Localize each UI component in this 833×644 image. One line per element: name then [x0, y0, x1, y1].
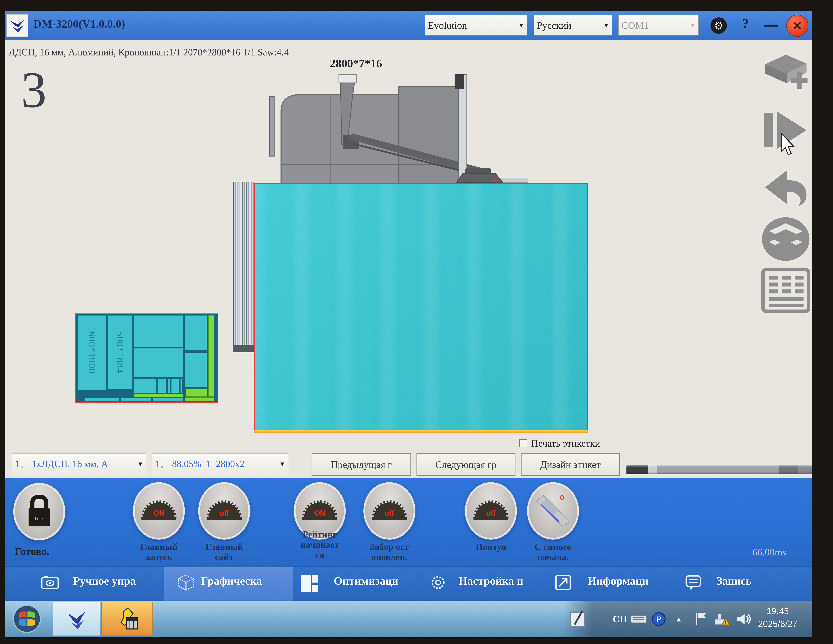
settings-gear-icon[interactable]: ⚙ [711, 18, 727, 34]
progress-scrollbar[interactable] [626, 465, 812, 474]
layers-icon[interactable] [761, 215, 810, 264]
ime-circle-icon[interactable]: P [650, 601, 668, 638]
nav-item-graphics[interactable]: Графическа [201, 575, 262, 588]
nav-item-optimization[interactable]: Оптимизаци [334, 575, 398, 588]
sheet-size-label: 2800*7*16 [330, 56, 382, 70]
nav-item-record[interactable]: Запись [716, 575, 752, 588]
lock-button[interactable]: Lock [13, 483, 65, 540]
cycle-time-label: 66.00ms [753, 546, 786, 558]
hidden-icons-arrow[interactable]: ▲ [671, 601, 687, 638]
window-title: DM-3200(V1.0.0.0) [34, 18, 125, 31]
status-label: Готово. [14, 545, 49, 557]
layout-piece [133, 315, 183, 347]
label-design-button[interactable]: Дизайн этикет [521, 454, 619, 475]
main-start-saw-button[interactable]: ON [133, 482, 185, 539]
svg-text:P: P [656, 615, 661, 624]
tray-date: 2025/6/27 [750, 618, 805, 630]
ime-language-indicator[interactable]: CH [611, 601, 629, 638]
layout-piece [85, 398, 119, 401]
keyboard-icon[interactable] [629, 601, 648, 638]
next-group-button[interactable]: Следующая гр [417, 454, 515, 475]
monitor-photo: DM-3200(V1.0.0.0) Evolution ▼ Русский ▼ … [0, 0, 833, 644]
layout-piece [121, 398, 151, 401]
cube-icon [177, 574, 195, 591]
main-site-saw-button[interactable]: off [198, 482, 250, 539]
print-label-row: Печать этикетки [519, 438, 600, 449]
layout-piece: 600*1900 [78, 315, 107, 390]
layout-piece [133, 348, 183, 378]
state-text: off [486, 509, 496, 517]
taskbar-app-dm3200[interactable] [53, 602, 100, 636]
machine-toolbar: Lock Готово. ON Главныйзапуск off [5, 478, 812, 566]
button-label: Главныйзапуск [122, 542, 196, 562]
cutting-layout-preview[interactable]: 600*1900 500*1884 [76, 314, 219, 403]
network-warning-icon[interactable]: ! [712, 601, 731, 638]
chevron-down-icon: ▼ [279, 460, 285, 468]
lock-text: Lock [35, 516, 44, 521]
app-logo-icon [6, 14, 28, 37]
back-undo-arrow-icon[interactable] [761, 165, 810, 211]
action-center-flag-icon[interactable] [692, 601, 709, 638]
fence-saw-button[interactable]: off [363, 482, 415, 539]
nav-item-settings[interactable]: Настройка п [458, 575, 523, 588]
state-text: off [219, 509, 229, 517]
taskbar-app-tool[interactable] [101, 602, 153, 636]
current-panel-view[interactable] [254, 183, 588, 430]
nav-item-manual[interactable]: Ручное упра [73, 575, 136, 588]
sheet-stack [233, 182, 254, 353]
panel-edge-strip [254, 430, 588, 433]
layout-offcut [186, 388, 207, 396]
sheet-number: 3 [21, 66, 47, 114]
close-button[interactable]: ✕ [786, 14, 809, 37]
button-label: Главныйсайт [188, 542, 261, 562]
speaker-icon[interactable] [734, 601, 753, 638]
mouse-cursor [780, 133, 798, 157]
chat-bubble-icon [685, 574, 702, 591]
clock[interactable]: 19:45 2025/6/27 [750, 605, 805, 631]
layout-piece [153, 398, 183, 401]
chevron-down-icon: ▼ [603, 21, 609, 29]
layout-offcut [208, 315, 214, 396]
gear-icon [429, 574, 447, 591]
profile-dropdown[interactable]: Evolution ▼ [425, 15, 527, 35]
layout-offcut [185, 398, 214, 401]
windows-taskbar: CH P ▲ ! [5, 601, 812, 638]
language-dropdown[interactable]: Русский ▼ [534, 15, 612, 35]
state-text: ON [314, 509, 325, 517]
app-window: DM-3200(V1.0.0.0) Evolution ▼ Русский ▼ … [5, 11, 812, 638]
keypad-icon[interactable] [761, 266, 810, 316]
window-panes-icon [300, 574, 319, 593]
button-label: Забор остановлен. [353, 542, 426, 562]
state-text: ON [153, 509, 164, 517]
bottom-nav: Ручное упра Графическа Оптимизаци Настро… [5, 566, 812, 601]
start-button[interactable] [13, 604, 42, 633]
layout-piece [184, 315, 207, 350]
from-start-blade-button[interactable]: 0 [527, 482, 579, 539]
pontua-saw-button[interactable]: off [465, 482, 517, 539]
help-button[interactable]: ? [742, 16, 749, 31]
piece-size-label: 500*1884 [114, 331, 126, 374]
material-info: ЛДСП, 16 мм, Алюминий, Кроношпан:1/1 207… [8, 47, 289, 58]
print-label-checkbox[interactable] [519, 439, 527, 448]
add-panel-icon[interactable] [761, 50, 810, 99]
title-bar: DM-3200(V1.0.0.0) Evolution ▼ Русский ▼ … [5, 11, 812, 40]
state-text: 0 [560, 494, 564, 502]
layout-piece [171, 378, 179, 393]
layout-piece [133, 378, 156, 393]
chevron-down-icon: ▼ [137, 460, 143, 468]
minimize-button[interactable] [764, 24, 778, 27]
group-select[interactable]: 1、 88.05%_1_2800x2 ▼ [152, 454, 288, 474]
wrench-grid-icon [114, 606, 140, 631]
com-port-dropdown: COM1 ▼ [618, 15, 698, 35]
layout-select[interactable]: 1、 1хЛДСП, 16 мм, А ▼ [11, 454, 146, 474]
nav-item-information[interactable]: Информаци [588, 575, 648, 588]
piece-size-label: 600*1900 [87, 332, 98, 374]
ime-pad-icon[interactable] [568, 601, 588, 638]
saw-machine-drawing [268, 74, 536, 184]
tray-time: 19:45 [750, 605, 805, 618]
layout-piece [167, 378, 170, 393]
button-label: Рейтингначинается [283, 529, 357, 560]
previous-group-button[interactable]: Предыдущая г [312, 454, 410, 475]
svg-text:!: ! [725, 619, 727, 625]
layout-piece [184, 353, 207, 388]
